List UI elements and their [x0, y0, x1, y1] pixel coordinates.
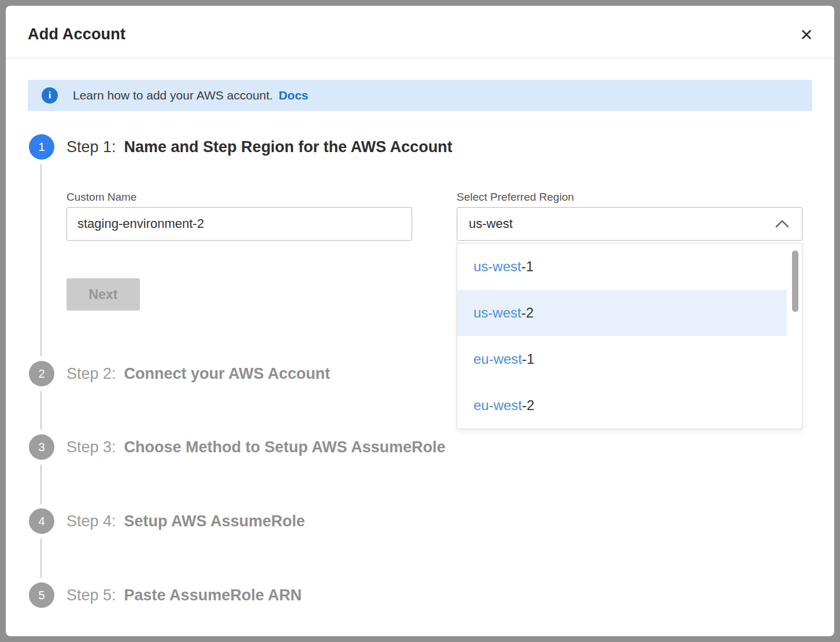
add-account-modal: Add Account ✕ i Learn how to add your AW… — [6, 6, 834, 636]
step-4-prefix: Step 4: — [66, 512, 116, 530]
step-4-title: Step 4:Setup AWS AssumeRole — [66, 508, 305, 534]
docs-link[interactable]: Docs — [279, 88, 308, 102]
region-dropdown-options: us-west-1 us-west-2 eu-west-1 eu-west-2 — [457, 243, 787, 429]
connector-3-4 — [40, 464, 42, 504]
option-match-text: eu-west — [473, 397, 522, 414]
option-rest-text: -1 — [522, 351, 534, 367]
header-divider — [6, 58, 834, 58]
region-select-value: us-west — [469, 216, 775, 231]
dropdown-option-eu-west-2[interactable]: eu-west-2 — [457, 382, 787, 429]
chevron-up-icon — [775, 220, 789, 228]
step-5-prefix: Step 5: — [66, 586, 116, 604]
dropdown-option-us-west-2[interactable]: us-west-2 — [457, 290, 787, 336]
custom-name-input[interactable] — [66, 207, 412, 241]
dropdown-option-eu-west-1[interactable]: eu-west-1 — [457, 336, 787, 382]
step-3-indicator: 3 — [29, 434, 54, 460]
step-4-indicator: 4 — [29, 508, 54, 534]
step-3-title: Step 3:Choose Method to Setup AWS Assume… — [66, 434, 446, 460]
custom-name-label: Custom Name — [66, 191, 136, 204]
scrollbar-thumb[interactable] — [792, 250, 798, 312]
step-2-indicator: 2 — [29, 361, 54, 386]
step-1-prefix: Step 1: — [66, 138, 116, 156]
close-icon[interactable]: ✕ — [796, 24, 817, 45]
region-label: Select Preferred Region — [457, 191, 574, 204]
info-banner: i Learn how to add your AWS account. Doc… — [28, 80, 812, 111]
info-icon: i — [42, 87, 58, 104]
step-1-title: Step 1:Name and Step Region for the AWS … — [66, 134, 453, 160]
step-3-name: Choose Method to Setup AWS AssumeRole — [124, 438, 446, 456]
option-rest-text: -2 — [521, 305, 534, 321]
step-2-name: Connect your AWS Account — [124, 365, 331, 382]
region-dropdown: us-west-1 us-west-2 eu-west-1 eu-west-2 — [457, 243, 802, 429]
next-button[interactable]: Next — [66, 278, 140, 311]
step-5-title: Step 5:Paste AssumeRole ARN — [66, 582, 302, 608]
step-2-prefix: Step 2: — [66, 365, 116, 382]
option-match-text: eu-west — [473, 351, 522, 367]
step-2-title: Step 2:Connect your AWS Account — [66, 361, 330, 386]
banner-text: Learn how to add your AWS account. — [73, 88, 273, 102]
connector-4-5 — [40, 538, 42, 578]
step-3-prefix: Step 3: — [66, 438, 116, 456]
option-rest-text: -1 — [521, 259, 534, 275]
option-match-text: us-west — [473, 259, 521, 275]
step-5-name: Paste AssumeRole ARN — [124, 586, 302, 604]
step-1-indicator: 1 — [29, 134, 54, 160]
step-5-indicator: 5 — [29, 582, 54, 608]
page-title: Add Account — [28, 25, 125, 43]
step-4-name: Setup AWS AssumeRole — [124, 512, 305, 530]
connector-2-3 — [40, 391, 42, 430]
region-select[interactable]: us-west — [457, 207, 802, 241]
option-rest-text: -2 — [522, 397, 534, 414]
option-match-text: us-west — [473, 305, 521, 321]
dropdown-option-us-west-1[interactable]: us-west-1 — [457, 243, 787, 290]
step-1-name: Name and Step Region for the AWS Account — [124, 138, 453, 156]
connector-1-2 — [40, 164, 42, 356]
